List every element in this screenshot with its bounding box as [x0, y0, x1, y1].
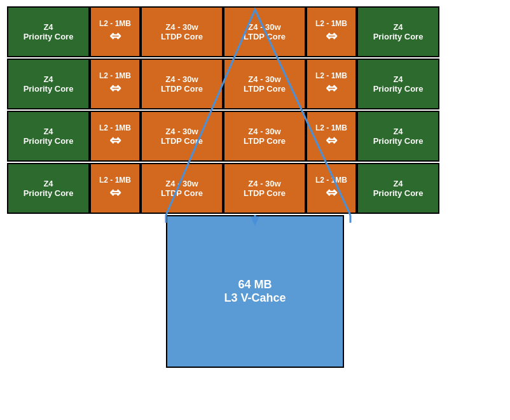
priority-core: Z4Priority Core — [357, 163, 439, 214]
l3-cache-section: 64 MBL3 V-Cahce — [7, 215, 503, 368]
priority-core: Z4Priority Core — [7, 111, 90, 162]
ltdp-core: Z4 - 30wLTDP Core — [223, 111, 306, 162]
grid-row: Z4Priority Core L2 - 1MB⇔ Z4 - 30wLTDP C… — [7, 6, 503, 57]
priority-core: Z4Priority Core — [357, 6, 439, 57]
l2-cache: L2 - 1MB⇔ — [90, 59, 141, 109]
l3-cache-label: 64 MBL3 V-Cahce — [224, 278, 286, 305]
ltdp-core: Z4 - 30wLTDP Core — [141, 6, 223, 57]
grid-row: Z4Priority Core L2 - 1MB⇔ Z4 - 30wLTDP C… — [7, 111, 503, 162]
priority-core: Z4Priority Core — [357, 111, 439, 162]
grid-area: Z4Priority Core L2 - 1MB⇔ Z4 - 30wLTDP C… — [7, 6, 503, 368]
ltdp-core: Z4 - 30wLTDP Core — [141, 163, 223, 214]
ltdp-core: Z4 - 30wLTDP Core — [223, 59, 306, 109]
l2-cache: L2 - 1MB⇔ — [90, 111, 141, 162]
l2-cache: L2 - 1MB⇔ — [306, 111, 357, 162]
l2-cache: L2 - 1MB⇔ — [90, 163, 141, 214]
grid-row: Z4Priority Core L2 - 1MB⇔ Z4 - 30wLTDP C… — [7, 163, 503, 214]
diagram-container: Z4Priority Core L2 - 1MB⇔ Z4 - 30wLTDP C… — [0, 0, 510, 420]
l3-cache: 64 MBL3 V-Cahce — [166, 215, 344, 368]
priority-core: Z4Priority Core — [7, 6, 90, 57]
ltdp-core: Z4 - 30wLTDP Core — [223, 163, 306, 214]
l2-cache: L2 - 1MB⇔ — [306, 6, 357, 57]
priority-core: Z4Priority Core — [357, 59, 439, 109]
grid-row: Z4Priority Core L2 - 1MB⇔ Z4 - 30wLTDP C… — [7, 59, 503, 109]
l2-cache: L2 - 1MB⇔ — [90, 6, 141, 57]
l2-cache: L2 - 1MB⇔ — [306, 163, 357, 214]
priority-core: Z4Priority Core — [7, 163, 90, 214]
priority-core: Z4Priority Core — [7, 59, 90, 109]
ltdp-core: Z4 - 30wLTDP Core — [141, 111, 223, 162]
ltdp-core: Z4 - 30wLTDP Core — [223, 6, 306, 57]
l2-cache: L2 - 1MB⇔ — [306, 59, 357, 109]
ltdp-core: Z4 - 30wLTDP Core — [141, 59, 223, 109]
